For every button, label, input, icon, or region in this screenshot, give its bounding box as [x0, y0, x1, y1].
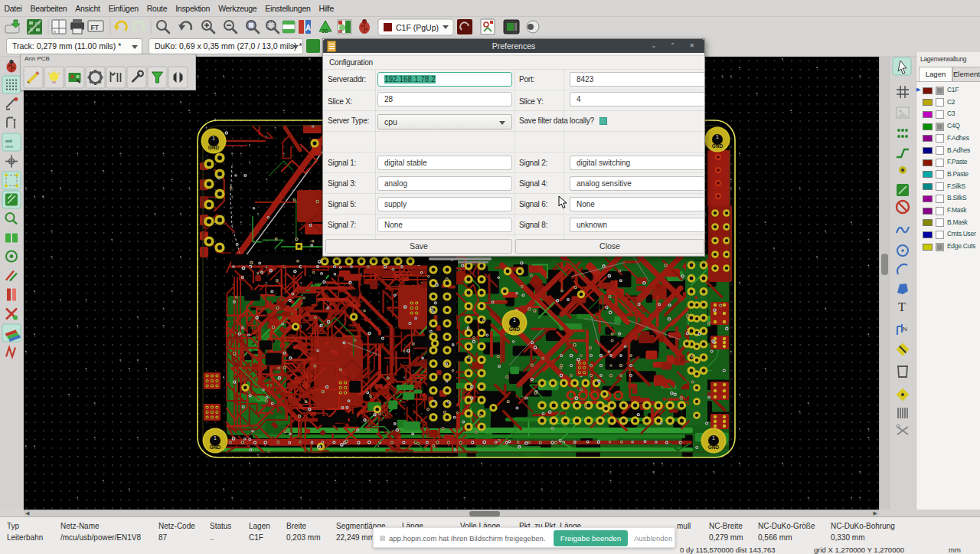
svg-text:1: 1 — [214, 435, 217, 441]
svg-text:C1F (PgUp): C1F (PgUp) — [396, 23, 439, 32]
svg-text:GND: GND — [210, 444, 221, 450]
svg-text:FT: FT — [91, 24, 100, 31]
svg-text:mil: mil — [5, 139, 12, 143]
svg-text:1: 1 — [716, 134, 719, 139]
svg-text:3D: 3D — [322, 28, 328, 34]
svg-text:A: A — [305, 24, 311, 32]
svg-text:N: N — [903, 326, 907, 333]
svg-text:GND: GND — [208, 145, 220, 150]
svg-text:T: T — [898, 300, 906, 313]
svg-text:GND: GND — [712, 143, 724, 149]
svg-text:GND: GND — [708, 444, 720, 450]
svg-text:x: x — [54, 29, 56, 34]
svg-text:mm: mm — [5, 144, 13, 149]
svg-text:GND: GND — [509, 326, 521, 332]
svg-text:1: 1 — [513, 317, 516, 323]
svg-text:1: 1 — [712, 435, 715, 441]
svg-text:1: 1 — [212, 136, 215, 141]
